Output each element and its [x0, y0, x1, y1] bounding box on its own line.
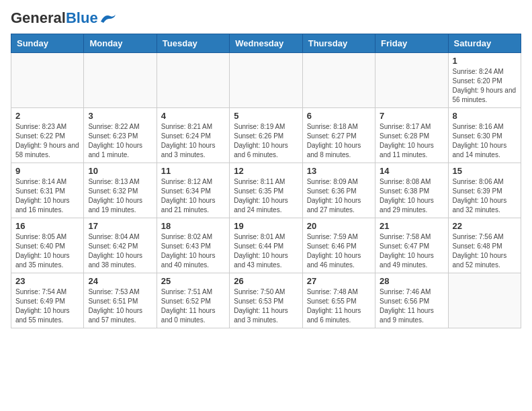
day-number: 8: [453, 111, 517, 121]
day-number: 28: [380, 276, 443, 286]
calendar-cell: 27Sunrise: 7:48 AM Sunset: 6:55 PM Dayli…: [302, 273, 375, 328]
day-info: Sunrise: 8:13 AM Sunset: 6:32 PM Dayligh…: [88, 177, 152, 215]
calendar-cell: [157, 53, 229, 108]
day-info: Sunrise: 8:16 AM Sunset: 6:30 PM Dayligh…: [453, 122, 517, 160]
calendar-cell: [230, 53, 302, 108]
day-number: 24: [88, 276, 152, 286]
day-info: Sunrise: 8:02 AM Sunset: 6:43 PM Dayligh…: [161, 232, 225, 270]
calendar-week-3: 9Sunrise: 8:14 AM Sunset: 6:31 PM Daylig…: [11, 163, 521, 218]
calendar-table: SundayMondayTuesdayWednesdayThursdayFrid…: [11, 34, 521, 328]
weekday-header-sunday: Sunday: [11, 34, 84, 53]
calendar-cell: 12Sunrise: 8:11 AM Sunset: 6:35 PM Dayli…: [230, 163, 302, 218]
day-info: Sunrise: 8:09 AM Sunset: 6:36 PM Dayligh…: [307, 177, 371, 215]
day-number: 21: [380, 221, 443, 231]
calendar-week-5: 23Sunrise: 7:54 AM Sunset: 6:49 PM Dayli…: [11, 273, 521, 328]
day-info: Sunrise: 7:51 AM Sunset: 6:52 PM Dayligh…: [161, 287, 225, 325]
day-number: 25: [161, 276, 225, 286]
day-number: 1: [453, 56, 517, 66]
calendar-week-2: 2Sunrise: 8:23 AM Sunset: 6:22 PM Daylig…: [11, 108, 521, 163]
calendar-cell: [302, 53, 375, 108]
day-number: 3: [88, 111, 152, 121]
weekday-header-wednesday: Wednesday: [230, 34, 302, 53]
calendar-cell: [375, 53, 448, 108]
logo-general: General: [11, 9, 66, 26]
day-info: Sunrise: 7:58 AM Sunset: 6:47 PM Dayligh…: [380, 232, 443, 270]
calendar-cell: 1Sunrise: 8:24 AM Sunset: 6:20 PM Daylig…: [448, 53, 521, 108]
calendar-cell: 13Sunrise: 8:09 AM Sunset: 6:36 PM Dayli…: [302, 163, 375, 218]
weekday-header-thursday: Thursday: [302, 34, 375, 53]
day-number: 15: [453, 166, 517, 176]
day-info: Sunrise: 8:06 AM Sunset: 6:39 PM Dayligh…: [453, 177, 517, 215]
calendar-cell: 10Sunrise: 8:13 AM Sunset: 6:32 PM Dayli…: [84, 163, 157, 218]
calendar-cell: 3Sunrise: 8:22 AM Sunset: 6:23 PM Daylig…: [84, 108, 157, 163]
day-info: Sunrise: 8:22 AM Sunset: 6:23 PM Dayligh…: [88, 122, 152, 160]
calendar-cell: 6Sunrise: 8:18 AM Sunset: 6:27 PM Daylig…: [302, 108, 375, 163]
day-number: 10: [88, 166, 152, 176]
day-number: 4: [161, 111, 225, 121]
calendar-cell: 21Sunrise: 7:58 AM Sunset: 6:47 PM Dayli…: [375, 218, 448, 273]
calendar-cell: [448, 273, 521, 328]
calendar-week-4: 16Sunrise: 8:05 AM Sunset: 6:40 PM Dayli…: [11, 218, 521, 273]
day-number: 14: [380, 166, 443, 176]
day-number: 18: [161, 221, 225, 231]
day-info: Sunrise: 8:11 AM Sunset: 6:35 PM Dayligh…: [234, 177, 298, 215]
day-info: Sunrise: 8:17 AM Sunset: 6:28 PM Dayligh…: [380, 122, 443, 160]
day-info: Sunrise: 7:59 AM Sunset: 6:46 PM Dayligh…: [307, 232, 371, 270]
day-number: 26: [234, 276, 298, 286]
day-number: 2: [15, 111, 79, 121]
calendar-cell: 17Sunrise: 8:04 AM Sunset: 6:42 PM Dayli…: [84, 218, 157, 273]
day-number: 23: [15, 276, 79, 286]
day-number: 20: [307, 221, 371, 231]
page-header: GeneralBlue: [11, 11, 521, 26]
day-number: 17: [88, 221, 152, 231]
weekday-header-friday: Friday: [375, 34, 448, 53]
day-number: 9: [15, 166, 79, 176]
day-number: 6: [307, 111, 371, 121]
calendar-cell: 16Sunrise: 8:05 AM Sunset: 6:40 PM Dayli…: [11, 218, 84, 273]
day-number: 19: [234, 221, 298, 231]
day-number: 12: [234, 166, 298, 176]
day-info: Sunrise: 7:53 AM Sunset: 6:51 PM Dayligh…: [88, 287, 152, 325]
day-info: Sunrise: 8:08 AM Sunset: 6:38 PM Dayligh…: [380, 177, 443, 215]
day-info: Sunrise: 8:01 AM Sunset: 6:44 PM Dayligh…: [234, 232, 298, 270]
logo-blue: Blue: [66, 9, 98, 26]
calendar-cell: 11Sunrise: 8:12 AM Sunset: 6:34 PM Dayli…: [157, 163, 229, 218]
calendar-cell: 18Sunrise: 8:02 AM Sunset: 6:43 PM Dayli…: [157, 218, 229, 273]
day-info: Sunrise: 8:21 AM Sunset: 6:24 PM Dayligh…: [161, 122, 225, 160]
weekday-header-row: SundayMondayTuesdayWednesdayThursdayFrid…: [11, 34, 521, 53]
calendar-cell: 28Sunrise: 7:46 AM Sunset: 6:56 PM Dayli…: [375, 273, 448, 328]
calendar-cell: 5Sunrise: 8:19 AM Sunset: 6:26 PM Daylig…: [230, 108, 302, 163]
day-info: Sunrise: 7:46 AM Sunset: 6:56 PM Dayligh…: [380, 287, 443, 325]
day-info: Sunrise: 7:48 AM Sunset: 6:55 PM Dayligh…: [307, 287, 371, 325]
calendar-cell: 20Sunrise: 7:59 AM Sunset: 6:46 PM Dayli…: [302, 218, 375, 273]
calendar-cell: 24Sunrise: 7:53 AM Sunset: 6:51 PM Dayli…: [84, 273, 157, 328]
calendar-cell: 9Sunrise: 8:14 AM Sunset: 6:31 PM Daylig…: [11, 163, 84, 218]
calendar-cell: 7Sunrise: 8:17 AM Sunset: 6:28 PM Daylig…: [375, 108, 448, 163]
calendar-cell: 8Sunrise: 8:16 AM Sunset: 6:30 PM Daylig…: [448, 108, 521, 163]
day-info: Sunrise: 8:19 AM Sunset: 6:26 PM Dayligh…: [234, 122, 298, 160]
day-number: 27: [307, 276, 371, 286]
weekday-header-saturday: Saturday: [448, 34, 521, 53]
day-number: 7: [380, 111, 443, 121]
calendar-cell: 22Sunrise: 7:56 AM Sunset: 6:48 PM Dayli…: [448, 218, 521, 273]
calendar-week-1: 1Sunrise: 8:24 AM Sunset: 6:20 PM Daylig…: [11, 53, 521, 108]
calendar-cell: 14Sunrise: 8:08 AM Sunset: 6:38 PM Dayli…: [375, 163, 448, 218]
day-number: 22: [453, 221, 517, 231]
day-info: Sunrise: 7:54 AM Sunset: 6:49 PM Dayligh…: [15, 287, 79, 325]
logo: GeneralBlue: [11, 11, 118, 26]
calendar-cell: [11, 53, 84, 108]
day-info: Sunrise: 7:50 AM Sunset: 6:53 PM Dayligh…: [234, 287, 298, 325]
calendar-cell: 4Sunrise: 8:21 AM Sunset: 6:24 PM Daylig…: [157, 108, 229, 163]
day-info: Sunrise: 8:18 AM Sunset: 6:27 PM Dayligh…: [307, 122, 371, 160]
calendar-cell: 23Sunrise: 7:54 AM Sunset: 6:49 PM Dayli…: [11, 273, 84, 328]
calendar-cell: 2Sunrise: 8:23 AM Sunset: 6:22 PM Daylig…: [11, 108, 84, 163]
calendar-cell: [84, 53, 157, 108]
day-info: Sunrise: 8:24 AM Sunset: 6:20 PM Dayligh…: [453, 67, 517, 105]
day-info: Sunrise: 8:23 AM Sunset: 6:22 PM Dayligh…: [15, 122, 79, 160]
logo-bird-icon: [99, 12, 118, 24]
day-info: Sunrise: 8:05 AM Sunset: 6:40 PM Dayligh…: [15, 232, 79, 270]
day-number: 11: [161, 166, 225, 176]
weekday-header-monday: Monday: [84, 34, 157, 53]
calendar-cell: 19Sunrise: 8:01 AM Sunset: 6:44 PM Dayli…: [230, 218, 302, 273]
day-number: 13: [307, 166, 371, 176]
